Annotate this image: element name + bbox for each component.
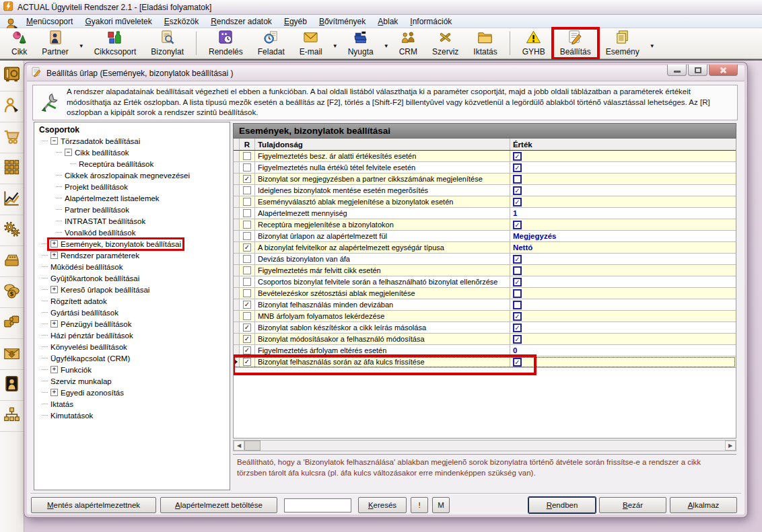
table-row[interactable]: Figyelmeztetés nulla értékû tétel felvit… (234, 162, 736, 174)
toolbar-button-nyugta[interactable]: Nyugta (341, 28, 381, 59)
unchecked-checkbox-icon[interactable] (243, 186, 251, 194)
window-titlebar[interactable]: ACTUAL Ügyviteli Rendszer 2.1 - [Eladási… (0, 0, 762, 15)
value-cell[interactable]: ✓ (510, 322, 736, 333)
table-row[interactable]: MNB árfolyam folyamatos lekérdezése✓ (234, 311, 736, 322)
table-row[interactable]: Bizonylat ûrlapon az alapértelmezett fül… (234, 231, 736, 242)
menu-item[interactable]: Ablak (372, 15, 404, 28)
maximize-button[interactable] (688, 65, 707, 76)
value-checked-checkbox-icon[interactable]: ✓ (513, 312, 522, 321)
sidebar-button-orgchart-icon[interactable] (0, 401, 24, 432)
value-cell[interactable]: ✓ (510, 334, 736, 344)
save-as-default-button[interactable]: Mentés alapértelmezettnek (31, 497, 156, 513)
checked-checkbox-icon[interactable]: ✓ (243, 324, 251, 332)
unchecked-checkbox-icon[interactable] (243, 232, 251, 240)
expand-icon[interactable]: + (50, 240, 58, 248)
unchecked-checkbox-icon[interactable] (243, 163, 251, 172)
collapse-icon[interactable]: − (65, 149, 72, 156)
tree-item[interactable]: Rögzített adatok (38, 295, 230, 307)
unchecked-checkbox-icon[interactable] (243, 255, 251, 263)
value-checked-checkbox-icon[interactable]: ✓ (513, 324, 522, 332)
tree-item[interactable]: Szerviz munkalap (38, 375, 230, 387)
toolbar-button-gyhb[interactable]: GYHB (515, 28, 553, 59)
table-row[interactable]: ✓Bizonylat sor megjegyzésben a partner c… (234, 174, 736, 185)
value-cell[interactable] (510, 174, 736, 184)
unchecked-checkbox-icon[interactable] (243, 312, 251, 320)
checked-checkbox-icon[interactable]: ✓ (243, 301, 251, 309)
expand-icon[interactable]: + (50, 252, 58, 259)
close-button[interactable] (709, 65, 738, 76)
checked-checkbox-icon[interactable]: ✓ (243, 335, 251, 343)
m-button[interactable]: M (432, 497, 450, 513)
toolbar-button-partner[interactable]: Partner (34, 28, 75, 59)
scroll-left-arrow-icon[interactable]: ◀ (234, 441, 244, 451)
value-cell[interactable]: ✓ (510, 185, 736, 196)
toolbar-button-crm[interactable]: CRM (392, 28, 425, 59)
toolbar-button-iktatás[interactable]: Iktatás (466, 28, 504, 59)
toolbar-button-beállítás[interactable]: Beállítás (553, 28, 598, 59)
value-unchecked-checkbox-icon[interactable] (513, 175, 522, 184)
tree-item[interactable]: +Pénzügyi beállítások (38, 318, 230, 330)
value-checked-checkbox-icon[interactable]: ✓ (513, 186, 522, 195)
system-flag-cell[interactable] (240, 276, 255, 287)
value-cell[interactable]: 1 (510, 208, 736, 219)
value-checked-checkbox-icon[interactable]: ✓ (513, 163, 522, 172)
tree-item[interactable]: Vonalkód beállítások (38, 227, 230, 238)
minimize-button[interactable] (667, 65, 687, 76)
menu-item[interactable]: Egyéb (278, 15, 313, 28)
chevron-down-icon[interactable]: ▼ (381, 34, 392, 59)
menu-item[interactable]: Eszközök (158, 15, 205, 28)
system-flag-cell[interactable] (240, 254, 255, 264)
toolbar-button-feladat[interactable]: Feladat (250, 28, 292, 59)
table-row[interactable]: Receptúra megjelenítése a bizonylatokon✓ (234, 219, 736, 231)
value-cell[interactable]: Nettó (510, 242, 736, 253)
system-flag-cell[interactable] (240, 196, 255, 207)
checked-checkbox-icon[interactable]: ✓ (243, 358, 251, 366)
value-cell[interactable]: ✓ (510, 162, 736, 173)
table-row[interactable]: Figyelmeztetés besz. ár alatti értékesít… (234, 151, 736, 162)
menu-item[interactable]: Információk (404, 15, 458, 28)
sidebar-button-chart-icon[interactable] (0, 184, 24, 215)
tree-item[interactable]: Kimutatások (38, 410, 230, 421)
table-row[interactable]: ✓Bizonylat felhasználás során az áfa kul… (234, 356, 736, 368)
sidebar-button-puzzle-icon[interactable] (0, 308, 24, 339)
system-flag-cell[interactable]: ✓ (240, 345, 255, 356)
tree-item[interactable]: Cikkek ároszlopainak megnevezései (38, 169, 230, 181)
tree-item[interactable]: −Cikk beállítások (38, 147, 230, 158)
system-flag-cell[interactable] (240, 162, 255, 173)
value-unchecked-checkbox-icon[interactable] (513, 301, 522, 309)
sidebar-button-gears-icon[interactable] (0, 215, 24, 246)
sidebar-button-cash-register-icon[interactable] (0, 246, 24, 277)
value-cell[interactable]: 0 (510, 345, 736, 356)
unchecked-checkbox-icon[interactable] (243, 198, 251, 206)
menu-item[interactable]: Bővítmények (313, 15, 372, 28)
sidebar-button-cart-icon[interactable] (0, 122, 24, 153)
menu-item[interactable]: Menücsoport (20, 15, 79, 28)
expand-icon[interactable]: + (50, 389, 58, 396)
chevron-down-icon[interactable]: ▼ (647, 34, 658, 59)
menu-item[interactable]: Gyakori műveletek (79, 15, 158, 28)
sidebar-button-money-coins-icon[interactable]: $ (0, 277, 24, 308)
sidebar-button-safe-icon[interactable] (0, 61, 24, 91)
unchecked-checkbox-icon[interactable] (243, 278, 251, 286)
chevron-down-icon[interactable]: ▼ (330, 34, 341, 59)
table-row[interactable]: ✓A bizonylat felvitelkor az alapértelmez… (234, 242, 736, 254)
system-flag-cell[interactable] (240, 185, 255, 196)
system-flag-cell[interactable] (240, 151, 255, 161)
system-flag-cell[interactable]: ✓ (240, 322, 255, 333)
value-cell[interactable]: ✓ (510, 311, 736, 321)
system-flag-cell[interactable] (240, 288, 255, 299)
value-cell[interactable]: ✓ (510, 276, 736, 287)
table-row[interactable]: ✓Bizonylat felhasználás minden devizában (234, 299, 736, 311)
table-row[interactable]: ✓Figyelmeztetés árfolyam eltérés esetén0 (234, 345, 736, 356)
tree-item[interactable]: +Funkciók (38, 364, 230, 375)
tree-item[interactable]: Gyártási beállítások (38, 307, 230, 318)
value-unchecked-checkbox-icon[interactable] (513, 266, 522, 275)
toolbar-button-bizonylat[interactable]: Bizonylat (143, 28, 191, 59)
value-cell[interactable]: Megjegyzés (510, 231, 736, 241)
system-flag-cell[interactable]: ✓ (240, 299, 255, 310)
table-row[interactable]: Devizás bizonylaton van áfa✓ (234, 254, 736, 265)
sidebar-button-customer-icon[interactable] (0, 91, 24, 122)
expand-icon[interactable]: + (50, 320, 58, 328)
checked-checkbox-icon[interactable]: ✓ (243, 175, 251, 183)
value-cell[interactable]: ✓ (510, 254, 736, 264)
